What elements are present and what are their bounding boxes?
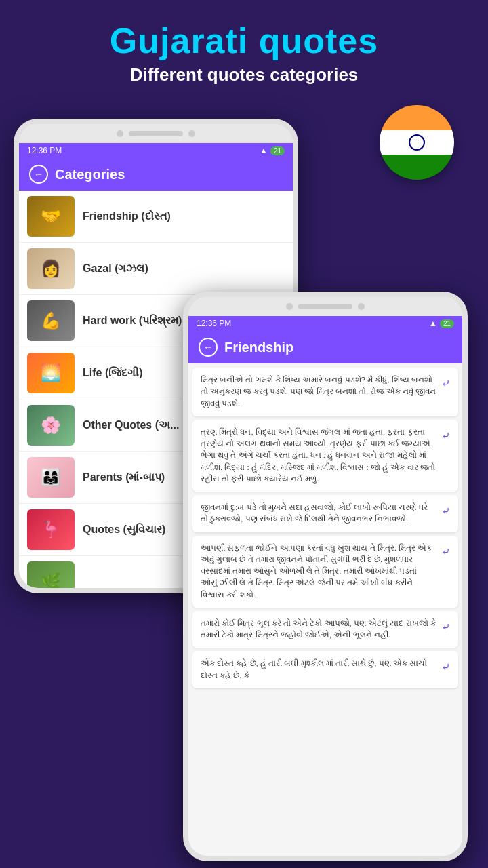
category-thumb-gazal: 👩 [27, 248, 75, 289]
back-button[interactable]: ← [29, 165, 48, 184]
phone1-status-bar: 12:36 PM ▲ 21 [19, 143, 293, 158]
category-thumb-hardwork: 💪 [27, 300, 75, 341]
notch2-camera [358, 303, 365, 310]
gazal-image: 👩 [27, 248, 75, 289]
app-title: Gujarati quotes [14, 20, 474, 61]
wifi2-icon: ▲ [429, 319, 437, 328]
category-thumb-last: 🌿 [27, 561, 75, 590]
flag-white-stripe [380, 130, 454, 155]
friendship-title: Friendship [224, 340, 293, 355]
share-icon-2[interactable]: ⤶ [441, 429, 450, 442]
other-image: 🌸 [27, 405, 75, 446]
share-icon-5[interactable]: ⤶ [441, 620, 450, 633]
phone1-header: ← Categories [19, 158, 293, 191]
quotes-list: મિત્ર બનીએ તો ગમશે કે શિષ્ય અમારે બનવું … [188, 363, 462, 858]
phone2-notch [188, 297, 462, 316]
category-label-parents: Parents (માં-બાપ) [83, 471, 165, 484]
category-label-friendship: Friendship (દોસ્ત) [83, 210, 171, 222]
phone2-status-icons: ▲ 21 [429, 319, 454, 328]
app-header: Gujarati quotes Different quotes categor… [0, 0, 488, 96]
phone1-status-icons: ▲ 21 [260, 146, 285, 155]
category-item-friendship[interactable]: 🤝 Friendship (દોસ્ત) [19, 191, 293, 243]
quote-card-5: તમારો કોઈ મિત્ર ભૂલ કરે તો એને ટેકો આપજો… [192, 611, 458, 648]
quote-text-1: મિત્ર બનીએ તો ગમશે કે શિષ્ય અમારે બનવું … [201, 374, 436, 410]
category-thumb-parents: 👨‍👩‍👧 [27, 457, 75, 498]
notch-speaker [117, 130, 123, 137]
notch2-pill [298, 304, 352, 309]
category-label-gazal: Gazal (ગઝલ) [83, 262, 148, 275]
quote-text-4: આપણી સફળતા જોઈને આપણા કરતાં વઘુ ખુશ થાય … [201, 542, 436, 601]
ashoka-chakra [409, 134, 425, 151]
phone2-status-bar: 12:36 PM ▲ 21 [188, 316, 462, 331]
quote-card-3: જીવનમાં દુ:ખ પડે તો મુખને સદા હસવાજો, કો… [192, 495, 458, 532]
flag-orange-stripe [380, 105, 454, 130]
phone2-header: ← Friendship [188, 331, 462, 363]
quote-card-1: મિત્ર બનીએ તો ગમશે કે શિષ્ય અમારે બનવું … [192, 368, 458, 416]
phone1-notch [19, 124, 293, 143]
category-thumb-other: 🌸 [27, 405, 75, 446]
quotes-image: 🦩 [27, 509, 75, 550]
battery-indicator: 21 [270, 146, 285, 155]
category-thumb-quotes: 🦩 [27, 509, 75, 550]
phone1-time: 12:36 PM [27, 146, 62, 155]
app-subtitle: Different quotes categories [14, 64, 474, 85]
battery2-indicator: 21 [440, 319, 454, 328]
hardwork-image: 💪 [27, 300, 75, 341]
category-thumb-friendship: 🤝 [27, 196, 75, 237]
quote-card-4: આપણી સફળતા જોઈને આપણા કરતાં વઘુ ખુશ થાય … [192, 536, 458, 608]
share-icon-6[interactable]: ⤶ [441, 660, 450, 673]
last-image: 🌿 [27, 561, 75, 590]
quote-card-6: એક દોસ્ત કહે છે, હું તારી બઘી મુશ્કીલ મા… [192, 651, 458, 688]
parents-image: 👨‍👩‍👧 [27, 457, 75, 498]
phone2-time: 12:36 PM [197, 319, 231, 328]
quote-text-6: એક દોસ્ત કહે છે, હું તારી બઘી મુશ્કીલ મા… [201, 658, 436, 682]
category-label-quotes: Quotes (સુવિચાર) [83, 524, 165, 536]
wifi-icon: ▲ [260, 146, 268, 155]
quote-text-3: જીવનમાં દુ:ખ પડે તો મુખને સદા હસવાજો, કો… [201, 502, 436, 526]
category-thumb-life: 🌅 [27, 353, 75, 393]
notch2-speaker [286, 303, 293, 310]
quote-card-2: ત્રણ મિત્રો ધન, વિદ્યા અને વિશ્વાસ જંગલ … [192, 420, 458, 492]
category-label-life: Life (જિંદગી) [83, 367, 143, 379]
quote-text-2: ત્રણ મિત્રો ધન, વિદ્યા અને વિશ્વાસ જંગલ … [201, 427, 436, 485]
category-label-hardwork: Hard work (પરિશ્રમ) [83, 315, 182, 327]
category-label-other: Other Quotes (અ... [83, 419, 179, 431]
phone2-mockup: 12:36 PM ▲ 21 ← Friendship મિત્ર બનીએ તો… [183, 292, 468, 861]
quote-text-5: તમારો કોઈ મિત્ર ભૂલ કરે તો એને ટેકો આપજો… [201, 618, 436, 642]
category-item-gazal[interactable]: 👩 Gazal (ગઝલ) [19, 243, 293, 295]
share-icon-3[interactable]: ⤶ [441, 505, 450, 517]
categories-title: Categories [55, 167, 125, 182]
friendship-image: 🤝 [27, 196, 75, 237]
share-icon-4[interactable]: ⤶ [441, 545, 450, 558]
share-icon-1[interactable]: ⤶ [441, 377, 450, 390]
notch-pill [129, 131, 183, 136]
flag-green-stripe [380, 155, 454, 180]
notch-camera [188, 130, 195, 137]
india-flag [380, 105, 454, 180]
life-image: 🌅 [27, 353, 75, 393]
back-button-2[interactable]: ← [199, 338, 218, 357]
